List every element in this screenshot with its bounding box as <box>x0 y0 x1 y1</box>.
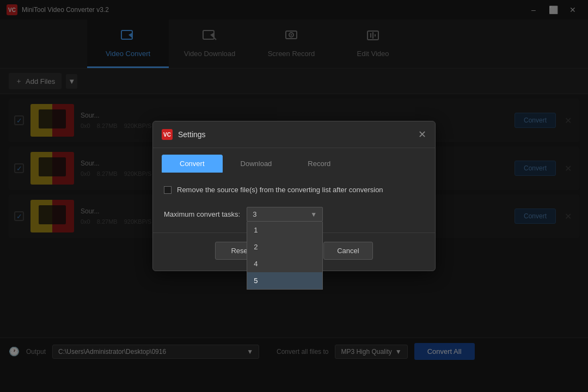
remove-source-checkbox[interactable] <box>164 186 171 194</box>
max-tasks-dropdown-list: 1 2 4 5 <box>247 222 323 290</box>
dropdown-option-1[interactable]: 1 <box>247 222 322 238</box>
dropdown-arrow-icon: ▼ <box>310 211 317 218</box>
dialog-tabs: Convert Download Record <box>153 148 435 173</box>
dropdown-option-5[interactable]: 5 <box>247 272 322 289</box>
dialog-tab-record[interactable]: Record <box>290 155 348 173</box>
dropdown-option-2[interactable]: 2 <box>247 238 322 255</box>
max-tasks-dropdown-container: 3 ▼ 1 2 4 5 <box>247 207 323 222</box>
cancel-button[interactable]: Cancel <box>323 242 372 260</box>
remove-source-label: Remove the source file(s) from the conve… <box>177 186 383 194</box>
dialog-tab-download[interactable]: Download <box>223 155 290 173</box>
dialog-tab-convert[interactable]: Convert <box>162 155 223 173</box>
settings-dialog: VC Settings ✕ Convert Download Record Re… <box>152 121 436 271</box>
max-tasks-row: Maximum convert tasks: 3 ▼ 1 2 4 5 <box>164 207 424 222</box>
remove-source-row: Remove the source file(s) from the conve… <box>164 186 424 194</box>
dialog-title: Settings <box>178 130 206 139</box>
max-tasks-selected-value: 3 <box>253 210 256 218</box>
dropdown-option-4[interactable]: 4 <box>247 255 322 272</box>
max-tasks-dropdown-selected[interactable]: 3 ▼ <box>247 207 323 222</box>
dialog-header: VC Settings ✕ <box>153 121 435 148</box>
dialog-body: Remove the source file(s) from the conve… <box>153 173 435 232</box>
dialog-close-button[interactable]: ✕ <box>418 130 426 139</box>
max-tasks-label: Maximum convert tasks: <box>164 207 240 218</box>
dialog-logo: VC <box>162 129 173 140</box>
modal-overlay: VC Settings ✕ Convert Download Record Re… <box>0 0 588 392</box>
